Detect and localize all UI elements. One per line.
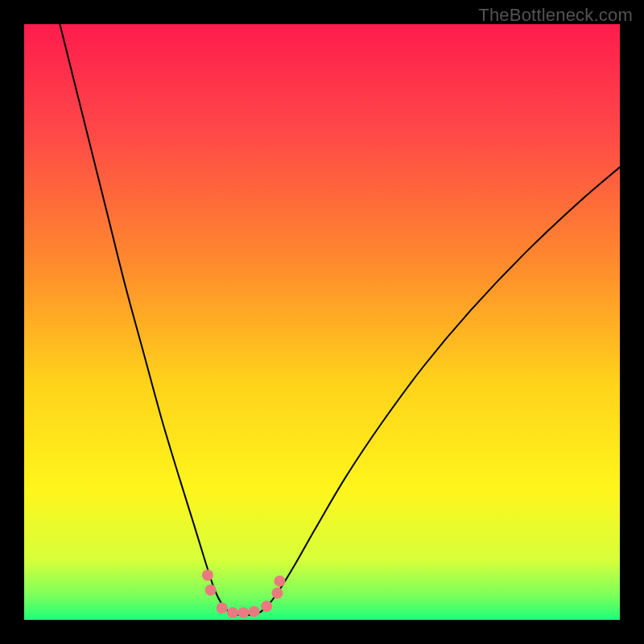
valley-marker xyxy=(205,584,217,596)
chart-frame: TheBottleneck.com xyxy=(0,0,644,644)
valley-marker xyxy=(227,607,238,618)
valley-marker xyxy=(217,602,228,613)
valley-marker xyxy=(272,588,283,599)
valley-marker xyxy=(261,601,272,612)
plot-area xyxy=(24,24,620,620)
valley-marker xyxy=(202,570,213,581)
chart-svg xyxy=(24,24,620,620)
gradient-background xyxy=(24,24,620,620)
valley-marker xyxy=(274,576,285,587)
watermark-text: TheBottleneck.com xyxy=(478,5,633,26)
valley-marker xyxy=(249,606,260,617)
valley-marker xyxy=(237,607,249,618)
